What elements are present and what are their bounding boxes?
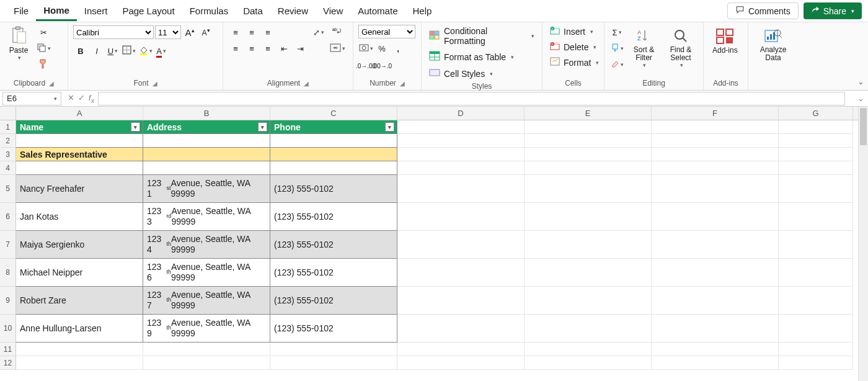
cell-address[interactable]: 123 4th Avenue, Seattle, WA 99999 <box>143 231 270 259</box>
cell[interactable] <box>525 175 652 203</box>
cell[interactable] <box>525 161 652 175</box>
row-header[interactable]: 11 <box>0 343 16 356</box>
cell[interactable] <box>397 343 525 356</box>
cell[interactable] <box>397 148 525 161</box>
cell-address[interactable]: 123 9th Avenue, Seattle, WA 99999 <box>143 315 270 343</box>
cell[interactable] <box>270 161 397 175</box>
cell[interactable] <box>397 203 525 231</box>
cell[interactable] <box>525 356 652 370</box>
cell[interactable] <box>397 120 525 134</box>
cell[interactable] <box>270 356 397 370</box>
col-header[interactable]: F <box>652 107 779 120</box>
filter-button[interactable]: ▾ <box>131 122 140 132</box>
dialog-launcher-icon[interactable]: ◢ <box>49 80 54 87</box>
font-size-select[interactable]: 11 <box>155 25 181 39</box>
dialog-launcher-icon[interactable]: ◢ <box>400 80 405 87</box>
row-header[interactable]: 12 <box>0 356 16 370</box>
find-select-button[interactable]: Find & Select▾ <box>663 25 698 69</box>
chevron-down-icon[interactable]: ▾ <box>18 55 21 61</box>
cell[interactable] <box>652 134 779 148</box>
number-format-select[interactable]: General <box>358 25 415 38</box>
cell[interactable] <box>270 134 397 148</box>
cell[interactable] <box>652 148 779 161</box>
cell[interactable] <box>779 259 853 287</box>
cell-phone[interactable]: (123) 555-0102 <box>270 231 397 259</box>
row-header[interactable]: 6 <box>0 203 16 231</box>
cell[interactable] <box>779 120 853 134</box>
row-header[interactable]: 9 <box>0 287 16 315</box>
clear-button[interactable]: ▾ <box>609 57 624 72</box>
share-button[interactable]: Share ▾ <box>804 2 862 19</box>
cell-address[interactable]: 123 1st Avenue, Seattle, WA 99999 <box>143 175 270 203</box>
cell[interactable] <box>397 356 525 370</box>
row-header[interactable]: 5 <box>0 175 16 203</box>
font-name-select[interactable]: Calibri <box>73 25 154 39</box>
cell[interactable] <box>779 287 853 315</box>
cell[interactable] <box>16 161 143 175</box>
align-bottom-button[interactable]: ≡ <box>260 25 275 40</box>
chevron-down-icon[interactable]: ▾ <box>342 45 345 52</box>
cell[interactable] <box>143 343 270 356</box>
dialog-launcher-icon[interactable]: ◢ <box>153 80 157 87</box>
cell[interactable] <box>16 343 143 356</box>
cell[interactable] <box>525 148 652 161</box>
cell[interactable] <box>525 120 652 134</box>
cell[interactable] <box>143 161 270 175</box>
align-center-button[interactable]: ≡ <box>244 41 259 56</box>
cell-name[interactable]: Nancy Freehafer <box>16 175 143 203</box>
cell[interactable] <box>397 287 525 315</box>
header-cell-address[interactable]: Address▾ <box>143 120 270 134</box>
cell[interactable] <box>143 148 270 161</box>
row-header[interactable]: 1 <box>0 120 16 134</box>
chevron-down-icon[interactable]: ▾ <box>370 45 373 52</box>
tab-review[interactable]: Review <box>270 2 316 20</box>
cell[interactable] <box>779 203 853 231</box>
align-right-button[interactable]: ≡ <box>260 41 275 56</box>
header-cell-name[interactable]: Name▾ <box>16 120 143 134</box>
cell[interactable] <box>779 134 853 148</box>
section-cell[interactable]: Sales Representative <box>16 148 143 161</box>
cell[interactable] <box>652 259 779 287</box>
cell[interactable] <box>652 203 779 231</box>
tab-file[interactable]: File <box>6 2 36 20</box>
tab-help[interactable]: Help <box>405 2 439 20</box>
dialog-launcher-icon[interactable]: ◢ <box>304 80 309 87</box>
increase-font-button[interactable]: A▴ <box>182 25 197 40</box>
cell[interactable] <box>270 343 397 356</box>
decrease-indent-button[interactable]: ⇤ <box>277 41 291 56</box>
vertical-scrollbar[interactable] <box>858 107 868 381</box>
cell[interactable] <box>397 259 525 287</box>
cell[interactable] <box>16 134 143 148</box>
paste-button[interactable]: Paste ▾ <box>5 25 32 62</box>
formula-input[interactable] <box>98 92 845 105</box>
name-box[interactable]: E6 ▾ <box>2 92 61 105</box>
cell-address[interactable]: 123 7th Avenue, Seattle, WA 99999 <box>143 287 270 315</box>
chevron-down-icon[interactable]: ▾ <box>321 29 324 35</box>
cell[interactable] <box>525 203 652 231</box>
copy-button[interactable]: ▾ <box>36 41 51 56</box>
cell[interactable] <box>525 287 652 315</box>
chevron-down-icon[interactable]: ▾ <box>621 61 624 68</box>
col-header[interactable]: D <box>397 107 525 120</box>
increase-indent-button[interactable]: ⇥ <box>293 41 308 56</box>
format-cells-button[interactable]: Format▾ <box>547 56 601 69</box>
cell[interactable] <box>652 120 779 134</box>
cell[interactable] <box>652 343 779 356</box>
cell[interactable] <box>525 134 652 148</box>
underline-button[interactable]: U▾ <box>105 43 120 58</box>
chevron-down-icon[interactable]: ▾ <box>163 48 166 54</box>
italic-button[interactable]: I <box>89 43 104 58</box>
cell[interactable] <box>652 356 779 370</box>
row-header[interactable]: 4 <box>0 161 16 175</box>
chevron-down-icon[interactable]: ▾ <box>115 48 118 54</box>
format-painter-button[interactable] <box>36 57 51 72</box>
cell-name[interactable]: Maiya Sergienko <box>16 231 143 259</box>
filter-button[interactable]: ▾ <box>385 122 394 132</box>
collapse-ribbon-button[interactable]: ⌄ <box>857 77 864 86</box>
cell[interactable] <box>652 287 779 315</box>
cell[interactable] <box>779 343 853 356</box>
cell[interactable] <box>397 231 525 259</box>
row-header[interactable]: 7 <box>0 231 16 259</box>
analyze-data-button[interactable]: Analyze Data <box>753 25 793 63</box>
comments-button[interactable]: Comments <box>727 2 799 19</box>
